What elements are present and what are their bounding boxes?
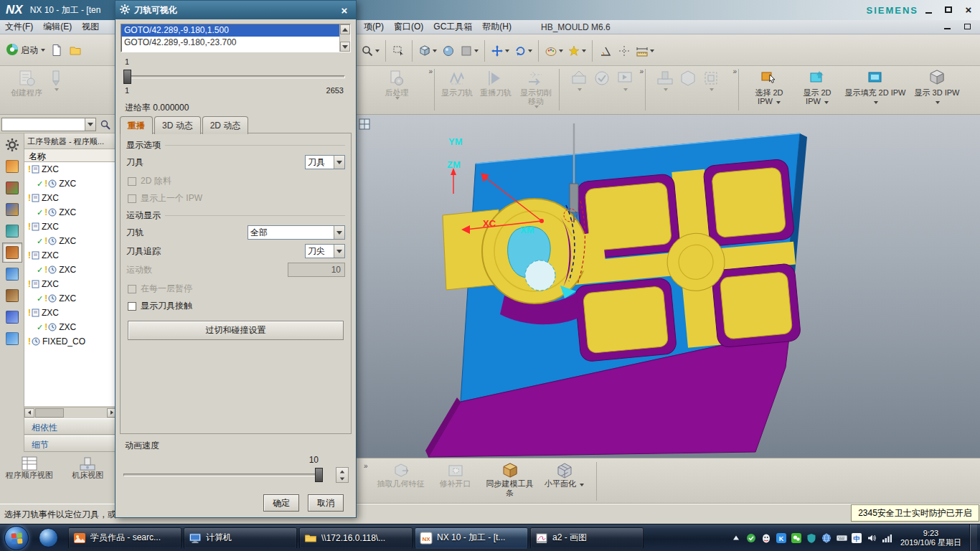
create-tool-button[interactable] [44,67,67,93]
show-3d-ipw-button[interactable]: 显示 3D IPW [910,67,964,107]
simulate-button[interactable] [613,67,636,93]
navigator-hscrollbar[interactable] [24,407,117,418]
doc-restore-icon[interactable] [960,22,974,32]
machine-tool-view-button[interactable]: 机床视图 [61,454,114,500]
navigator-column-header[interactable]: 名称 [24,149,117,162]
doc-minimize-icon[interactable] [940,22,954,32]
combo-arrow-icon[interactable] [334,245,344,258]
dialog-titlebar[interactable]: 刀轨可视化 × [116,1,356,19]
cancel-button[interactable]: 取消 [308,494,344,512]
workpiece-button[interactable] [677,67,699,90]
details-section[interactable]: 细节 [24,435,117,452]
tool-combo[interactable]: 刀具 [305,155,345,169]
navigator-item[interactable]: ✓!ZXC [24,320,117,334]
fixture-button[interactable] [699,67,722,93]
navigator-item[interactable]: ✓!ZXC [24,263,117,277]
synchronous-modeling-button[interactable]: 同步建模工具条 [483,461,537,498]
machine-tool-button[interactable] [654,67,677,93]
graphics-viewport[interactable]: YM ZM XC XM [357,115,980,458]
gouge-collision-settings-button[interactable]: 过切和碰撞设置 [128,321,344,340]
taskbar-button[interactable]: \\172.16.0.118\... [299,527,413,549]
overflow-chevron-icon[interactable]: » [364,462,368,470]
menu-view[interactable]: 视图 [77,21,104,33]
palette-icon[interactable] [542,41,565,61]
tab-2d-dynamic[interactable]: 2D 动态 [202,116,249,134]
taskbar-button[interactable]: NXNX 10 - 加工 - [t... [415,527,528,549]
scrollbar-thumb[interactable] [35,408,64,418]
menu-help[interactable]: 帮助(H) [477,21,517,33]
assembly-navigator-icon[interactable] [2,156,22,176]
goto-line-selected[interactable]: GOTO/42.289,-9.180,1.500 [121,24,350,37]
taskbar-button[interactable]: a2 - 画图 [530,527,644,549]
close-icon[interactable]: × [961,4,976,16]
facet-body-button[interactable]: 小平面化 [537,461,592,489]
select-2d-ipw-button[interactable]: 选择 2D IPW [745,67,793,107]
navigator-item[interactable]: !ZXC [24,162,117,176]
program-order-view-button[interactable]: 程序顺序视图 [3,454,56,500]
taskbar-button[interactable]: 计算机 [184,527,297,549]
navigator-item[interactable]: !FIXED_CO [24,334,117,349]
browser-globe-icon[interactable] [821,532,832,544]
network-icon[interactable] [881,532,892,544]
zoom-search-icon[interactable] [359,41,382,61]
menu-window[interactable]: 窗口(O) [389,21,428,33]
show-toolpath-button[interactable]: 显示刀轨 [438,67,476,98]
cross-snap-icon[interactable] [615,41,633,61]
ok-button[interactable]: 确定 [263,494,299,512]
taskbar-button[interactable]: 学员作品 - searc... [68,527,182,549]
checkbox-show-last-ipw[interactable]: 显示上一个 IPW [128,192,344,204]
overflow-chevron-icon[interactable]: » [428,67,433,75]
wechat-icon[interactable] [791,532,802,544]
patch-opening-button[interactable]: 修补开口 [428,461,483,489]
show-2d-ipw-button[interactable]: 显示 2D IPW [793,67,841,107]
goto-line[interactable]: GOTO/42.289,-9.180,-23.700 [121,37,350,49]
dialog-close-icon[interactable]: × [337,4,352,17]
hidden-icons-icon[interactable] [730,532,742,544]
postprocess-button[interactable]: 后处理 [372,67,422,101]
tab-3d-dynamic[interactable]: 3D 动态 [154,116,201,134]
command-finder-input[interactable] [1,118,96,131]
safety-icon[interactable] [745,532,757,544]
navigator-item[interactable]: !ZXC [24,248,117,263]
background-square-icon[interactable] [458,41,481,61]
tool-trace-combo[interactable]: 刀尖 [305,244,345,258]
verify-button[interactable] [590,67,613,90]
spark-icon[interactable] [565,41,588,61]
animation-speed-slider[interactable] [123,467,323,483]
open-file-icon[interactable] [66,40,85,60]
show-desktop-button[interactable] [969,524,977,551]
reuse-library-icon[interactable] [2,221,22,241]
input-method-icon[interactable]: 中 [851,532,862,544]
volume-icon[interactable] [866,532,877,544]
gouge-check-button[interactable] [567,67,590,93]
create-program-button[interactable]: 创建程序 [9,67,44,98]
dependencies-section[interactable]: 相依性 [24,418,117,435]
menu-preferences[interactable]: 项(P) [359,21,389,33]
menu-file[interactable]: 文件(F) [0,21,38,33]
scroll-down-icon[interactable] [340,42,350,52]
checkbox-pause-each-layer[interactable]: 在每一层暂停 [128,283,344,295]
constraint-navigator-icon[interactable] [2,178,22,198]
process-studio-icon[interactable] [2,307,22,327]
show-cut-moves-button[interactable]: 显示切削移动 [515,67,557,110]
shaded-cube-icon[interactable] [416,41,439,61]
checkbox-show-tool-contact[interactable]: 显示刀具接触 [128,300,344,312]
taskbar-clock[interactable]: 9:23 2019/10/6 星期日 [900,529,961,547]
toolpath-position-slider[interactable] [123,69,345,85]
part-navigator-icon[interactable] [2,199,22,220]
start-button[interactable] [4,526,29,550]
browser-launcher-icon[interactable] [39,528,58,547]
toolpath-combo[interactable]: 全部 [248,225,345,240]
rotate-icon[interactable] [512,41,534,61]
overflow-chevron-icon[interactable]: » [732,67,737,75]
operation-navigator-icon[interactable] [2,242,22,263]
measure-ruler-icon[interactable] [633,41,656,61]
keyboard-icon[interactable] [836,532,847,544]
combo-arrow-icon[interactable] [334,156,344,169]
slider-thumb[interactable] [123,70,131,84]
navigator-item[interactable]: ✓!ZXC [24,176,117,191]
sphere-view-icon[interactable] [439,41,458,61]
overflow-chevron-icon[interactable]: » [639,67,644,75]
navigator-item[interactable]: !ZXC [24,220,117,234]
restore-icon[interactable] [941,4,956,16]
